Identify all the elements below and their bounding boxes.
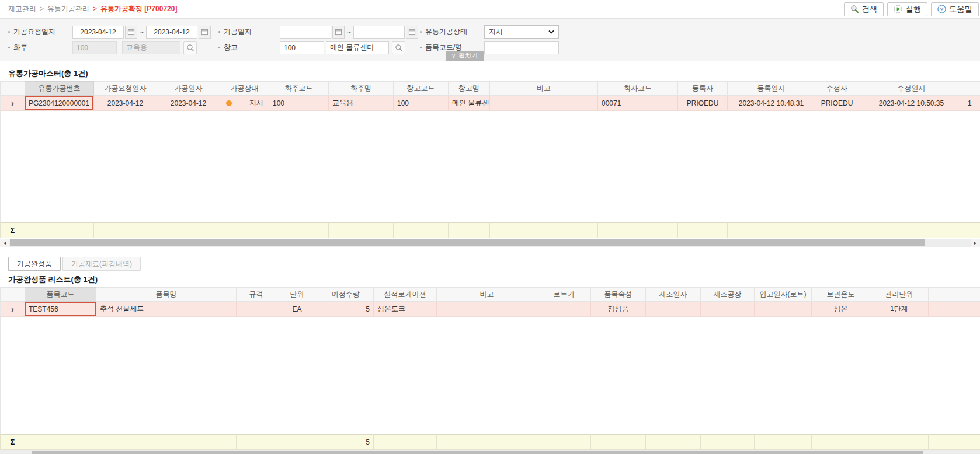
cell-item-code[interactable]: TEST456 xyxy=(25,302,96,317)
master-col-created-at[interactable]: 등록일시 xyxy=(728,82,815,96)
row-select-indicator[interactable]: › xyxy=(1,96,25,111)
cell-mfg-date[interactable] xyxy=(646,302,701,317)
warehouse-name-input[interactable] xyxy=(326,41,389,54)
cell-lot-key[interactable] xyxy=(537,302,591,317)
detail-col-mfg-date[interactable]: 제조일자 xyxy=(646,288,701,302)
detail-col-mgmt-unit[interactable]: 관리단위 xyxy=(870,288,929,302)
run-button[interactable]: 실행 xyxy=(887,2,927,16)
cell-storage-temp[interactable]: 상온 xyxy=(812,302,870,317)
cell-wh-name[interactable]: 메인 물류센터 xyxy=(449,96,490,111)
detail-col-plan-qty[interactable]: 예정수량 xyxy=(318,288,374,302)
master-col-process-date[interactable]: 가공일자 xyxy=(157,82,220,96)
detail-col-mfg-plant[interactable]: 제조공장 xyxy=(701,288,755,302)
detail-col-receipt-date[interactable]: 입고일자(로트) xyxy=(755,288,812,302)
calendar-icon[interactable] xyxy=(199,26,211,39)
detail-grid-hscrollbar[interactable] xyxy=(0,450,980,454)
warehouse-search-icon[interactable] xyxy=(392,41,405,54)
detail-col-item-name[interactable]: 품목명 xyxy=(96,288,237,302)
request-date-to-input[interactable] xyxy=(146,26,197,39)
master-grid-hscrollbar[interactable]: ◂ ▸ xyxy=(0,239,980,247)
master-col-wh-code[interactable]: 창고코드 xyxy=(394,82,449,96)
calendar-icon[interactable] xyxy=(406,26,418,39)
item-code-name-input[interactable] xyxy=(484,41,559,54)
master-col-updated-by[interactable]: 수정자 xyxy=(815,82,859,96)
detail-col-item-attr[interactable]: 품목속성 xyxy=(591,288,646,302)
calendar-icon[interactable] xyxy=(332,26,345,39)
cell-request-date[interactable]: 2023-04-12 xyxy=(94,96,157,111)
scrollbar-thumb[interactable] xyxy=(10,239,925,246)
cell-plan-qty[interactable]: 5 xyxy=(318,302,374,317)
owner-name-input xyxy=(122,41,180,54)
master-col-updated-at[interactable]: 수정일시 xyxy=(859,82,964,96)
master-col-company-code[interactable]: 회사코드 xyxy=(598,82,678,96)
detail-col-storage-temp[interactable]: 보관온도 xyxy=(812,288,870,302)
process-date-to-input[interactable] xyxy=(353,26,405,39)
cell-updated-at[interactable]: 2023-04-12 10:50:35 xyxy=(859,96,964,111)
request-date-from-input[interactable] xyxy=(72,26,124,39)
cell-created-at[interactable]: 2023-04-12 10:48:31 xyxy=(728,96,815,111)
sigma-icon: Σ xyxy=(1,435,25,450)
scroll-right-icon[interactable]: ▸ xyxy=(971,239,980,247)
detail-col-remark[interactable]: 비고 xyxy=(437,288,537,302)
cell-company-code[interactable]: 00071 xyxy=(598,96,678,111)
cell-overflow[interactable]: 1 xyxy=(964,96,980,111)
top-bar: 재고관리>유통가공관리>유통가공확정 [P700720] 검색 실행 ? 도움말 xyxy=(0,0,980,18)
cell-remark[interactable] xyxy=(490,96,598,111)
detail-col-unit[interactable]: 단위 xyxy=(276,288,318,302)
help-button[interactable]: ? 도움말 xyxy=(931,2,979,16)
cell-location[interactable]: 상온도크 xyxy=(374,302,437,317)
status-select[interactable]: 지시 xyxy=(484,25,559,39)
calendar-icon[interactable] xyxy=(125,26,137,39)
owner-label: 화주 xyxy=(8,43,72,53)
master-col-wh-name[interactable]: 창고명 xyxy=(449,82,490,96)
svg-text:?: ? xyxy=(940,6,944,12)
cell-spec[interactable] xyxy=(237,302,276,317)
detail-col-item-code[interactable]: 품목코드 xyxy=(25,288,96,302)
cell-updated-by[interactable]: PRIOEDU xyxy=(815,96,859,111)
cell-owner-name[interactable]: 교육용 xyxy=(329,96,394,111)
master-col-request-date[interactable]: 가공요청일자 xyxy=(94,82,157,96)
expand-filters-button[interactable]: ∨ 펼치기 xyxy=(446,51,484,61)
cell-created-by[interactable]: PRIOEDU xyxy=(678,96,728,111)
scroll-left-icon[interactable]: ◂ xyxy=(0,239,9,247)
detail-col-location[interactable]: 실적로케이션 xyxy=(374,288,437,302)
cell-owner-code[interactable]: 100 xyxy=(269,96,329,111)
cell-remark[interactable] xyxy=(437,302,537,317)
detail-tabs: 가공완성품 가공재료(피킹내역) xyxy=(8,257,980,271)
cell-process-date[interactable]: 2023-04-12 xyxy=(157,96,220,111)
request-date-label: 가공요청일자 xyxy=(8,27,72,37)
master-grid-row: › PG2304120000001 2023-04-12 2023-04-12 … xyxy=(1,96,980,111)
cell-wh-code[interactable]: 100 xyxy=(394,96,449,111)
tab-materials-picking[interactable]: 가공재료(피킹내역) xyxy=(62,257,141,271)
search-button[interactable]: 검색 xyxy=(844,2,884,16)
tab-finished-goods[interactable]: 가공완성품 xyxy=(8,257,61,271)
run-button-label: 실행 xyxy=(905,4,921,15)
row-select-indicator[interactable]: › xyxy=(1,302,25,317)
help-button-label: 도움말 xyxy=(949,4,972,15)
cell-unit[interactable]: EA xyxy=(276,302,318,317)
breadcrumb-separator: > xyxy=(93,5,97,13)
master-col-created-by[interactable]: 등록자 xyxy=(678,82,728,96)
detail-col-lot-key[interactable]: 로트키 xyxy=(537,288,591,302)
detail-grid-empty-area xyxy=(1,317,980,435)
master-col-remark[interactable]: 비고 xyxy=(490,82,598,96)
detail-col-spec[interactable]: 규격 xyxy=(237,288,276,302)
process-date-from-input[interactable] xyxy=(280,26,331,39)
chevron-down-icon: ∨ xyxy=(451,53,456,59)
master-col-process-no[interactable]: 유통가공번호 xyxy=(25,82,94,96)
warehouse-code-input[interactable] xyxy=(280,41,324,54)
master-col-status[interactable]: 가공상태 xyxy=(220,82,269,96)
cell-receipt-date[interactable] xyxy=(755,302,812,317)
help-icon: ? xyxy=(937,5,946,13)
cell-mgmt-unit[interactable]: 1단계 xyxy=(870,302,929,317)
cell-process-no[interactable]: PG2304120000001 xyxy=(25,96,94,111)
breadcrumb-separator: > xyxy=(40,5,44,13)
cell-status[interactable]: 지시 xyxy=(220,96,269,111)
master-col-owner-name[interactable]: 화주명 xyxy=(329,82,394,96)
cell-item-attr[interactable]: 정상품 xyxy=(591,302,646,317)
owner-search-icon[interactable] xyxy=(183,41,197,54)
cell-item-name[interactable]: 추석 선물세트 xyxy=(96,302,237,317)
cell-mfg-plant[interactable] xyxy=(701,302,755,317)
master-col-owner-code[interactable]: 화주코드 xyxy=(269,82,329,96)
scrollbar-thumb[interactable] xyxy=(32,451,923,454)
